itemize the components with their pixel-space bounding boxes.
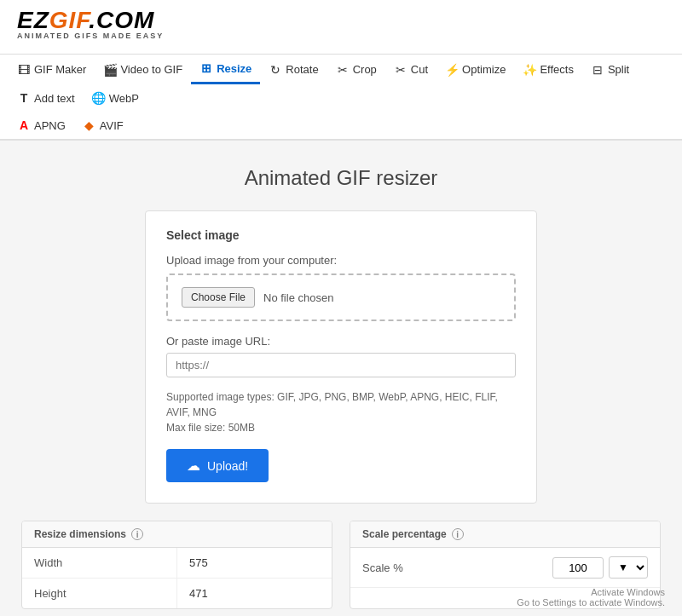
logo-text: EZGIF.COM xyxy=(17,9,665,32)
nav-item-add-text-label: Add text xyxy=(34,92,75,105)
resize-icon: ⊞ xyxy=(199,61,213,75)
nav-row-2: A APNG ◆ AVIF xyxy=(9,112,673,139)
nav-item-optimize[interactable]: ⚡ Optimize xyxy=(436,56,514,83)
nav-item-rotate-label: Rotate xyxy=(286,63,318,76)
webp-icon: 🌐 xyxy=(92,91,106,105)
width-value: 575 xyxy=(177,548,332,578)
scale-dropdown[interactable]: ▼ xyxy=(609,556,648,579)
crop-icon: ✂ xyxy=(336,63,350,77)
scale-input-group: ▼ xyxy=(552,556,648,579)
nav-item-avif-label: AVIF xyxy=(100,119,124,132)
upload-button[interactable]: ☁ Upload! xyxy=(166,449,269,482)
nav-item-crop-label: Crop xyxy=(353,63,377,76)
split-icon: ⊟ xyxy=(591,63,604,77)
windows-watermark: Activate Windows Go to Settings to activ… xyxy=(517,587,665,607)
windows-line1: Activate Windows xyxy=(517,587,665,597)
scale-header: Scale percentage i xyxy=(350,521,660,548)
section-title: Select image xyxy=(166,228,516,242)
add-text-icon: T xyxy=(17,91,31,105)
choose-file-button[interactable]: Choose File xyxy=(182,287,255,308)
height-value: 471 xyxy=(177,579,332,608)
nav-item-split[interactable]: ⊟ Split xyxy=(582,56,638,83)
nav-item-cut-label: Cut xyxy=(411,63,428,76)
upload-button-label: Upload! xyxy=(207,459,248,473)
url-input[interactable] xyxy=(166,353,516,377)
nav-row-1: 🎞 GIF Maker 🎬 Video to GIF ⊞ Resize ↻ Ro… xyxy=(9,55,673,112)
resize-dimensions-title: Resize dimensions xyxy=(34,528,126,540)
resize-width-row: Width 575 xyxy=(22,548,332,579)
logo: EZGIF.COM ANIMATED GIFS MADE EASY xyxy=(17,9,665,40)
optimize-icon: ⚡ xyxy=(445,63,459,77)
resize-dimensions-box: Resize dimensions i Width 575 Height 471 xyxy=(21,521,332,609)
nav-item-webp[interactable]: 🌐 WebP xyxy=(84,84,147,112)
resize-dimensions-info-icon[interactable]: i xyxy=(131,528,143,540)
main-content: Animated GIF resizer Select image Upload… xyxy=(0,141,682,616)
page-title: Animated GIF resizer xyxy=(17,166,665,190)
scale-info-icon[interactable]: i xyxy=(452,528,464,540)
nav-item-effects-label: Effects xyxy=(540,63,574,76)
nav-item-split-label: Split xyxy=(608,63,629,76)
nav-item-video-to-gif[interactable]: 🎬 Video to GIF xyxy=(95,56,191,83)
width-label: Width xyxy=(22,548,177,578)
scale-input[interactable] xyxy=(552,557,604,579)
scale-row: Scale % ▼ xyxy=(350,548,660,588)
effects-icon: ✨ xyxy=(523,63,536,77)
nav-item-gif-maker-label: GIF Maker xyxy=(34,63,86,76)
height-label: Height xyxy=(22,579,177,608)
upload-from-computer-label: Upload image from your computer: xyxy=(166,254,516,267)
navigation: 🎞 GIF Maker 🎬 Video to GIF ⊞ Resize ↻ Ro… xyxy=(0,55,682,141)
nav-item-apng-label: APNG xyxy=(34,119,66,132)
gif-maker-icon: 🎞 xyxy=(17,63,31,77)
header: EZGIF.COM ANIMATED GIFS MADE EASY xyxy=(0,0,682,55)
nav-item-video-to-gif-label: Video to GIF xyxy=(120,63,182,76)
rotate-icon: ↻ xyxy=(269,63,282,77)
nav-item-resize[interactable]: ⊞ Resize xyxy=(191,55,260,84)
resize-dimensions-header: Resize dimensions i xyxy=(22,521,332,548)
file-input-area: Choose File No file chosen xyxy=(166,273,516,321)
video-to-gif-icon: 🎬 xyxy=(103,63,117,77)
nav-item-add-text[interactable]: T Add text xyxy=(9,84,84,112)
avif-icon: ◆ xyxy=(83,118,96,132)
scale-title: Scale percentage xyxy=(362,528,447,540)
nav-item-apng[interactable]: A APNG xyxy=(9,112,74,139)
upload-icon: ☁ xyxy=(187,458,200,474)
nav-item-webp-label: WebP xyxy=(109,92,139,105)
nav-item-resize-label: Resize xyxy=(217,62,251,75)
nav-item-effects[interactable]: ✨ Effects xyxy=(514,56,582,83)
scale-label: Scale % xyxy=(362,561,546,574)
windows-line2: Go to Settings to activate Windows. xyxy=(517,597,665,607)
file-chosen-text: No file chosen xyxy=(263,291,333,304)
cut-icon: ✂ xyxy=(394,63,407,77)
url-label: Or paste image URL: xyxy=(166,335,516,348)
supported-types-text: Supported image types: GIF, JPG, PNG, BM… xyxy=(166,389,516,435)
nav-item-optimize-label: Optimize xyxy=(462,63,506,76)
nav-item-gif-maker[interactable]: 🎞 GIF Maker xyxy=(9,56,95,83)
nav-item-cut[interactable]: ✂ Cut xyxy=(385,56,436,83)
nav-item-avif[interactable]: ◆ AVIF xyxy=(74,112,132,139)
logo-tagline: ANIMATED GIFS MADE EASY xyxy=(17,32,665,40)
nav-item-crop[interactable]: ✂ Crop xyxy=(327,56,385,83)
apng-icon: A xyxy=(17,118,31,132)
resize-height-row: Height 471 xyxy=(22,579,332,608)
upload-card: Select image Upload image from your comp… xyxy=(145,210,537,504)
nav-item-rotate[interactable]: ↻ Rotate xyxy=(260,56,327,83)
